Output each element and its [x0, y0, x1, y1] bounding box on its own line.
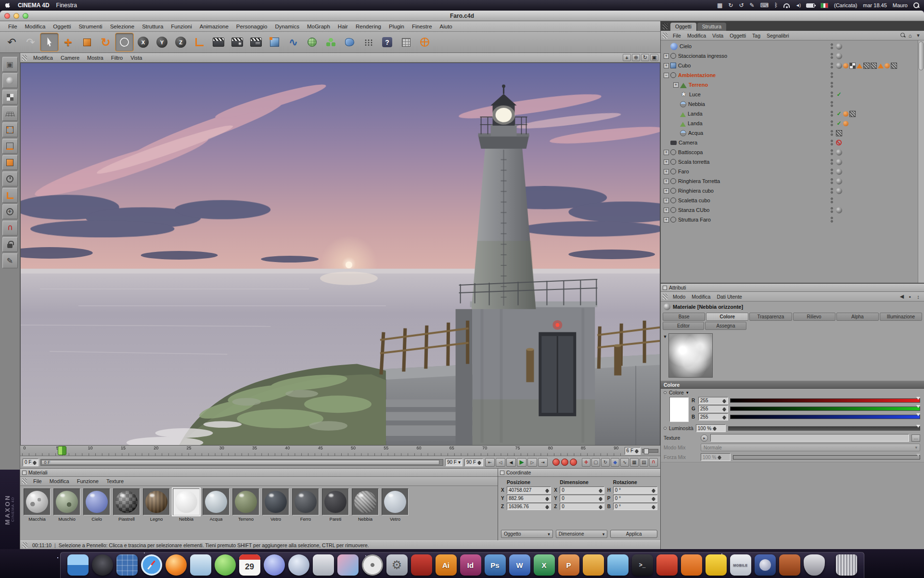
viewport-menu-item[interactable]: Vista	[127, 54, 145, 61]
app-menu-item[interactable]: Selezione	[107, 23, 138, 30]
material-item[interactable]: Vetro	[262, 488, 290, 538]
workplane-mode-button[interactable]	[2, 106, 18, 121]
dock-icon-vlc[interactable]	[681, 554, 702, 576]
object-icon[interactable]	[680, 91, 687, 98]
particles-button[interactable]	[359, 33, 377, 51]
spaces-icon[interactable]	[717, 2, 722, 8]
goto-start-button[interactable]: ⇤	[485, 458, 495, 467]
snap-settings-button[interactable]	[2, 221, 18, 236]
tag-check-icon[interactable]	[836, 111, 842, 117]
attributes-menu-item[interactable]: Dati Utente	[714, 293, 745, 300]
visibility-dots[interactable]	[831, 43, 833, 49]
coordinate-system-button[interactable]	[191, 33, 208, 51]
expand-toggle[interactable]: +	[664, 208, 669, 213]
channel-gradient-slider[interactable]	[730, 415, 920, 419]
primitive-cube-button[interactable]	[266, 33, 283, 51]
tag-tri-icon[interactable]	[878, 61, 884, 68]
dock-icon-safari[interactable]	[141, 554, 162, 576]
object-icon[interactable]	[680, 79, 687, 88]
expand-toggle[interactable]: +	[664, 159, 669, 165]
timeline-scrollbar[interactable]: 0 F	[40, 459, 443, 466]
channel-tab[interactable]: Base	[663, 313, 705, 321]
battery-icon[interactable]	[806, 3, 815, 8]
object-row[interactable]: + Scala torretta	[661, 157, 918, 167]
object-manager-menu-item[interactable]: File	[670, 32, 684, 39]
home-icon[interactable]: ⌂	[906, 33, 914, 39]
channel-tab[interactable]: Colore	[706, 313, 748, 321]
time-machine-icon[interactable]	[728, 2, 733, 8]
bookmark-icon[interactable]: ▾	[914, 32, 922, 39]
render-queue-button[interactable]	[247, 33, 265, 51]
channel-gradient-slider[interactable]	[730, 398, 920, 403]
position-z-field[interactable]: 16396.76	[507, 503, 551, 510]
material-thumbnail[interactable]	[83, 488, 110, 515]
object-row[interactable]: + Battiscopa	[661, 147, 918, 157]
polygons-mode-button[interactable]	[2, 155, 18, 170]
mix-strength-slider[interactable]	[733, 455, 920, 460]
expand-toggle[interactable]: +	[664, 169, 669, 174]
object-label[interactable]: Landa	[688, 111, 703, 117]
dock-icon-ical[interactable]: 29	[239, 554, 260, 576]
materials-menu-item[interactable]: Funzione	[74, 478, 102, 485]
object-row[interactable]: Landa	[661, 109, 918, 118]
app-menu-item[interactable]: Animazione	[196, 23, 232, 30]
expand-toggle[interactable]: +	[664, 150, 669, 155]
help-button[interactable]	[378, 33, 396, 51]
dock-icon-messenger[interactable]	[607, 554, 629, 576]
object-manager-menu-item[interactable]: Modifica	[684, 32, 709, 39]
panel-grip[interactable]	[663, 33, 667, 39]
tag-mat-icon[interactable]	[836, 207, 842, 213]
object-row[interactable]: + Scaletta cubo	[661, 196, 918, 205]
scrollbar-thumb[interactable]	[919, 41, 924, 70]
dock-icon-external-drive[interactable]	[804, 554, 825, 576]
object-manager-tab[interactable]: Struttura	[697, 23, 726, 31]
app-menu-item[interactable]: Struttura	[139, 23, 167, 30]
object-row[interactable]: + Terreno	[661, 80, 918, 90]
object-label[interactable]: Scala torretta	[678, 159, 709, 165]
menubar-clock[interactable]: mar 18.45	[863, 2, 887, 8]
menubar-app-name[interactable]: CINEMA 4D	[18, 2, 50, 9]
expand-toggle[interactable]: +	[664, 53, 669, 59]
make-editable-button[interactable]	[2, 57, 18, 72]
object-label[interactable]: Stanza CUbo	[678, 207, 709, 213]
object-label[interactable]: Struttura Faro	[678, 217, 711, 223]
object-label[interactable]: Scaletta cubo	[678, 197, 710, 203]
tag-tri-icon[interactable]	[857, 61, 862, 68]
zoom-view-icon[interactable]	[632, 54, 640, 61]
spotlight-icon[interactable]	[913, 2, 919, 8]
object-manager-tab[interactable]: Oggetti	[670, 23, 696, 31]
dock-icon-toast[interactable]	[656, 554, 678, 576]
material-thumbnail[interactable]	[113, 488, 140, 515]
dock-icon-mobileme[interactable]: MOBILE	[730, 554, 751, 576]
visibility-dots[interactable]	[831, 197, 833, 203]
timeline-scrollbar-handle[interactable]: 0 F	[41, 460, 439, 465]
material-item[interactable]: Nebbia	[172, 488, 200, 538]
edges-mode-button[interactable]	[2, 139, 18, 154]
paint-setup-button[interactable]	[2, 253, 18, 268]
tag-hatch-icon[interactable]	[849, 111, 856, 117]
material-thumbnail[interactable]	[322, 488, 349, 515]
tag-mat-icon[interactable]	[836, 149, 842, 156]
lock-icon[interactable]: ▪	[906, 294, 914, 300]
record-scale-icon[interactable]	[591, 458, 600, 467]
visibility-dots[interactable]	[831, 178, 833, 184]
object-row[interactable]: + Faro	[661, 167, 918, 176]
texture-mode-button[interactable]	[2, 90, 18, 105]
object-icon[interactable]	[670, 53, 676, 59]
object-label[interactable]: Battiscopa	[678, 149, 703, 155]
materials-menu-item[interactable]: Modifica	[46, 478, 73, 485]
texture-path-field[interactable]	[710, 434, 909, 442]
expand-toggle[interactable]: −	[664, 73, 669, 78]
material-item[interactable]: Pareti	[321, 488, 349, 538]
menubar-user[interactable]: Mauro	[893, 2, 908, 8]
tag-hatch-icon[interactable]	[891, 63, 897, 69]
dock-icon-system-preferences[interactable]	[386, 554, 408, 576]
selection-tool-button[interactable]	[40, 33, 58, 51]
object-icon[interactable]	[670, 63, 676, 68]
object-icon[interactable]	[680, 119, 686, 127]
panel-grip[interactable]	[22, 478, 27, 484]
object-icon[interactable]	[670, 207, 676, 213]
dock-icon-expose[interactable]	[116, 554, 138, 576]
object-row[interactable]: + Staccionata ingresso	[661, 51, 918, 61]
tag-mat-icon[interactable]	[836, 188, 842, 194]
